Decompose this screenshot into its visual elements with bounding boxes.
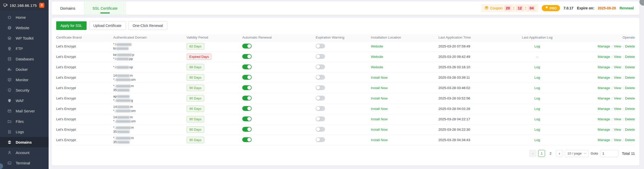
automatic-renewal-toggle[interactable] — [242, 96, 252, 100]
delete-link[interactable]: Delete — [625, 76, 635, 79]
sidebar-item-logs[interactable]: Logs — [0, 127, 49, 137]
log-link[interactable]: Log — [534, 65, 540, 69]
automatic-renewal-toggle[interactable] — [242, 44, 252, 48]
expiration-warning-toggle[interactable] — [316, 85, 325, 90]
view-link[interactable]: View — [614, 138, 621, 142]
sidebar-item-databases[interactable]: Databases — [0, 54, 49, 64]
sidebar-item-wp-toolkit[interactable]: WP Toolkit — [0, 33, 49, 43]
sidebar-item-mail-server[interactable]: Mail Server — [0, 106, 49, 116]
manage-link[interactable]: Manage — [598, 138, 610, 142]
install-now-link[interactable]: Install Now — [371, 76, 388, 79]
install-now-link[interactable]: Install Now — [371, 138, 388, 142]
expiration-warning-toggle[interactable] — [316, 96, 325, 100]
automatic-renewal-toggle[interactable] — [242, 116, 252, 121]
expiration-warning-toggle[interactable] — [316, 75, 325, 80]
install-now-link[interactable]: Install Now — [371, 96, 388, 100]
expiration-warning-toggle[interactable] — [316, 106, 325, 111]
page-size-select[interactable]: 10 / page — [565, 150, 589, 157]
view-link[interactable]: View — [614, 96, 621, 100]
delete-link[interactable]: Delete — [625, 128, 635, 131]
website-link[interactable]: Website — [371, 55, 383, 59]
sidebar-item-ftp[interactable]: FTP — [0, 43, 49, 54]
manage-link[interactable]: Manage — [598, 107, 610, 111]
automatic-renewal-toggle[interactable] — [242, 106, 252, 111]
coupon-banner[interactable]: Coupon 20 : 12 : 04 — [481, 4, 538, 12]
manage-link[interactable]: Manage — [598, 44, 610, 48]
log-link[interactable]: Log — [534, 44, 540, 48]
automatic-renewal-toggle[interactable] — [242, 85, 252, 90]
notification-badge[interactable]: 0 — [39, 3, 44, 8]
sidebar-item-domains[interactable]: Domains — [0, 137, 49, 147]
install-now-link[interactable]: Install Now — [371, 86, 388, 90]
delete-link[interactable]: Delete — [625, 96, 635, 100]
website-link[interactable]: Website — [371, 65, 383, 69]
view-link[interactable]: View — [614, 128, 621, 131]
view-link[interactable]: View — [614, 117, 621, 121]
one-click-renewal-button[interactable]: One-Click Renewal — [128, 21, 167, 30]
expiration-warning-toggle[interactable] — [316, 137, 325, 142]
manage-link[interactable]: Manage — [598, 65, 610, 69]
automatic-renewal-toggle[interactable] — [242, 64, 252, 69]
sidebar-item-security[interactable]: Security — [0, 85, 49, 95]
delete-link[interactable]: Delete — [625, 138, 635, 142]
sidebar-item-website[interactable]: Website — [0, 23, 49, 33]
page-button-2[interactable]: 2 — [547, 150, 554, 157]
manage-link[interactable]: Manage — [598, 128, 610, 131]
server-header[interactable]: 192.168.66.175 0 — [0, 0, 49, 11]
log-link[interactable]: Log — [534, 128, 540, 131]
page-button-1[interactable]: 1 — [538, 150, 545, 157]
view-link[interactable]: View — [614, 65, 621, 69]
log-link[interactable]: Log — [534, 117, 540, 121]
view-link[interactable]: View — [614, 55, 621, 59]
delete-link[interactable]: Delete — [625, 55, 635, 59]
delete-link[interactable]: Delete — [625, 86, 635, 90]
manage-link[interactable]: Manage — [598, 117, 610, 121]
delete-link[interactable]: Delete — [625, 65, 635, 69]
corner-widget-top-right[interactable] — [639, 0, 644, 6]
pro-badge[interactable]: PRO — [542, 5, 560, 11]
sidebar-item-files[interactable]: Files — [0, 116, 49, 127]
view-link[interactable]: View — [614, 107, 621, 111]
delete-link[interactable]: Delete — [625, 44, 635, 48]
tab-ssl-certificate[interactable]: SSL Certificate — [84, 2, 126, 15]
prev-page-button[interactable]: ‹ — [529, 150, 536, 157]
automatic-renewal-toggle[interactable] — [242, 75, 252, 80]
log-link[interactable]: Log — [534, 86, 540, 90]
log-link[interactable]: Log — [534, 138, 540, 142]
sidebar-item-monitor[interactable]: Monitor — [0, 75, 49, 85]
manage-link[interactable]: Manage — [598, 86, 610, 90]
expiration-warning-toggle[interactable] — [316, 44, 325, 48]
expiration-warning-toggle[interactable] — [316, 116, 325, 121]
automatic-renewal-toggle[interactable] — [242, 137, 252, 142]
automatic-renewal-toggle[interactable] — [242, 54, 252, 59]
view-link[interactable]: View — [614, 76, 621, 79]
sidebar-item-home[interactable]: Home — [0, 12, 49, 23]
install-now-link[interactable]: Install Now — [371, 107, 388, 111]
install-now-link[interactable]: Install Now — [371, 117, 388, 121]
apply-for-ssl-button[interactable]: Apply for SSL — [56, 21, 87, 30]
automatic-renewal-toggle[interactable] — [242, 127, 252, 132]
manage-link[interactable]: Manage — [598, 76, 610, 79]
next-page-button[interactable]: › — [556, 150, 563, 157]
delete-link[interactable]: Delete — [625, 117, 635, 121]
delete-link[interactable]: Delete — [625, 107, 635, 111]
sidebar-item-docker[interactable]: Docker — [0, 64, 49, 75]
sidebar-item-account[interactable]: Account — [0, 147, 49, 158]
log-link[interactable]: Log — [534, 107, 540, 111]
log-link[interactable]: Log — [534, 76, 540, 79]
renewal-link[interactable]: Renewal — [619, 6, 634, 10]
goto-page-input[interactable] — [600, 150, 618, 157]
upload-certificate-button[interactable]: Upload Certificate — [89, 21, 126, 30]
log-link[interactable]: Log — [534, 96, 540, 100]
sidebar-item-terminal[interactable]: Terminal — [0, 158, 49, 168]
expiration-warning-toggle[interactable] — [316, 54, 325, 59]
manage-link[interactable]: Manage — [598, 96, 610, 100]
install-now-link[interactable]: Install Now — [371, 128, 388, 131]
manage-link[interactable]: Manage — [598, 55, 610, 59]
view-link[interactable]: View — [614, 86, 621, 90]
sidebar-item-waf[interactable]: WAF — [0, 95, 49, 106]
tab-domains[interactable]: Domains — [52, 2, 84, 15]
expiration-warning-toggle[interactable] — [316, 127, 325, 132]
website-link[interactable]: Website — [371, 44, 383, 48]
view-link[interactable]: View — [614, 44, 621, 48]
